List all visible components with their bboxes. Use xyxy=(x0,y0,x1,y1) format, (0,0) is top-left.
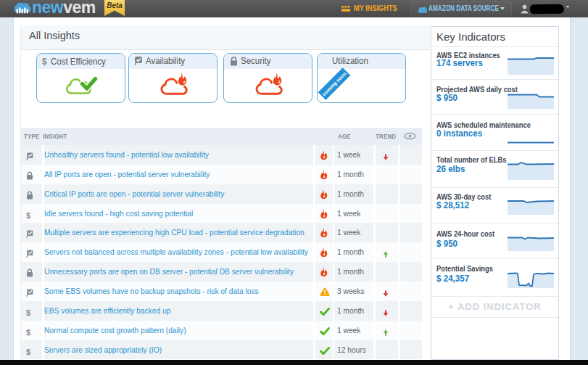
svg-text:$: $ xyxy=(26,211,30,219)
svg-text:$: $ xyxy=(26,328,30,336)
svg-text:$: $ xyxy=(26,308,30,316)
svg-text:$: $ xyxy=(26,348,30,356)
